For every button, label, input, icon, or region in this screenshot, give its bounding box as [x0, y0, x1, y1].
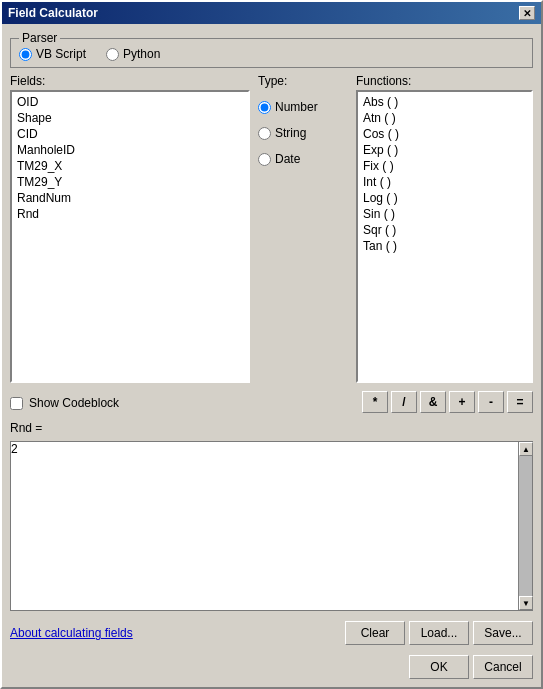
list-item[interactable]: RandNum — [14, 190, 246, 206]
fields-section: Fields: OID Shape CID ManholeID TM29_X T… — [10, 74, 250, 383]
python-radio-label[interactable]: Python — [106, 47, 160, 61]
list-item[interactable]: Sin ( ) — [360, 206, 529, 222]
codeblock-row: Show Codeblock — [10, 396, 119, 410]
list-item[interactable]: Exp ( ) — [360, 142, 529, 158]
list-item[interactable]: Tan ( ) — [360, 238, 529, 254]
functions-section: Functions: Abs ( ) Atn ( ) Cos ( ) Exp (… — [356, 74, 533, 383]
scroll-down-arrow[interactable]: ▼ — [519, 596, 533, 610]
ok-button[interactable]: OK — [409, 655, 469, 679]
list-item[interactable]: Abs ( ) — [360, 94, 529, 110]
expression-scrollbar[interactable]: ▲ ▼ — [518, 442, 532, 610]
field-calculator-dialog: Field Calculator ✕ Parser VB Script Pyth… — [0, 0, 543, 689]
number-radio[interactable] — [258, 101, 271, 114]
save-button[interactable]: Save... — [473, 621, 533, 645]
list-item[interactable]: Log ( ) — [360, 190, 529, 206]
list-item[interactable]: ManholeID — [14, 142, 246, 158]
clear-button[interactable]: Clear — [345, 621, 405, 645]
action-buttons: Clear Load... Save... — [345, 621, 533, 645]
cancel-button[interactable]: Cancel — [473, 655, 533, 679]
type-section: Type: Number String Date — [258, 74, 348, 383]
parser-options: VB Script Python — [19, 43, 524, 61]
add-button[interactable]: + — [449, 391, 475, 413]
parser-group: Parser VB Script Python — [10, 38, 533, 68]
python-radio[interactable] — [106, 48, 119, 61]
dialog-title: Field Calculator — [8, 6, 98, 20]
ampersand-button[interactable]: & — [420, 391, 446, 413]
subtract-button[interactable]: - — [478, 391, 504, 413]
main-content-row: Fields: OID Shape CID ManholeID TM29_X T… — [10, 74, 533, 383]
title-bar: Field Calculator ✕ — [2, 2, 541, 24]
string-radio[interactable] — [258, 127, 271, 140]
codeblock-label: Show Codeblock — [29, 396, 119, 410]
list-item[interactable]: Fix ( ) — [360, 158, 529, 174]
number-radio-label[interactable]: Number — [258, 100, 348, 114]
list-item[interactable]: CID — [14, 126, 246, 142]
vbscript-radio[interactable] — [19, 48, 32, 61]
codeblock-checkbox[interactable] — [10, 397, 23, 410]
expression-field-label: Rnd = — [10, 421, 42, 435]
vbscript-radio-label[interactable]: VB Script — [19, 47, 86, 61]
list-item[interactable]: Cos ( ) — [360, 126, 529, 142]
date-radio[interactable] — [258, 153, 271, 166]
bottom-row: About calculating fields Clear Load... S… — [10, 621, 533, 645]
functions-listbox[interactable]: Abs ( ) Atn ( ) Cos ( ) Exp ( ) Fix ( ) … — [356, 90, 533, 383]
load-button[interactable]: Load... — [409, 621, 469, 645]
date-radio-label[interactable]: Date — [258, 152, 348, 166]
vbscript-label: VB Script — [36, 47, 86, 61]
fields-listbox[interactable]: OID Shape CID ManholeID TM29_X TM29_Y Ra… — [10, 90, 250, 383]
list-item[interactable]: Int ( ) — [360, 174, 529, 190]
multiply-button[interactable]: * — [362, 391, 388, 413]
operators-row: * / & + - = — [362, 391, 533, 413]
list-item[interactable]: TM29_X — [14, 158, 246, 174]
divide-button[interactable]: / — [391, 391, 417, 413]
ok-cancel-row: OK Cancel — [10, 655, 533, 679]
close-button[interactable]: ✕ — [519, 6, 535, 20]
about-link[interactable]: About calculating fields — [10, 626, 133, 640]
python-label: Python — [123, 47, 160, 61]
equals-button[interactable]: = — [507, 391, 533, 413]
list-item[interactable]: Sqr ( ) — [360, 222, 529, 238]
string-label: String — [275, 126, 306, 140]
parser-legend: Parser — [19, 31, 60, 45]
list-item[interactable]: TM29_Y — [14, 174, 246, 190]
functions-label: Functions: — [356, 74, 533, 88]
string-radio-label[interactable]: String — [258, 126, 348, 140]
list-item[interactable]: OID — [14, 94, 246, 110]
expression-label-row: Rnd = — [10, 421, 533, 435]
number-label: Number — [275, 100, 318, 114]
scroll-track — [519, 456, 532, 596]
expression-container: ▲ ▼ — [10, 441, 533, 611]
codeblock-operators-row: Show Codeblock * / & + - = — [10, 389, 533, 413]
dialog-body: Parser VB Script Python Fields: OID Shap — [2, 24, 541, 687]
type-label: Type: — [258, 74, 348, 88]
list-item[interactable]: Atn ( ) — [360, 110, 529, 126]
scroll-up-arrow[interactable]: ▲ — [519, 442, 533, 456]
fields-label: Fields: — [10, 74, 250, 88]
list-item[interactable]: Rnd — [14, 206, 246, 222]
list-item[interactable]: Shape — [14, 110, 246, 126]
date-label: Date — [275, 152, 300, 166]
expression-input[interactable] — [11, 442, 518, 602]
